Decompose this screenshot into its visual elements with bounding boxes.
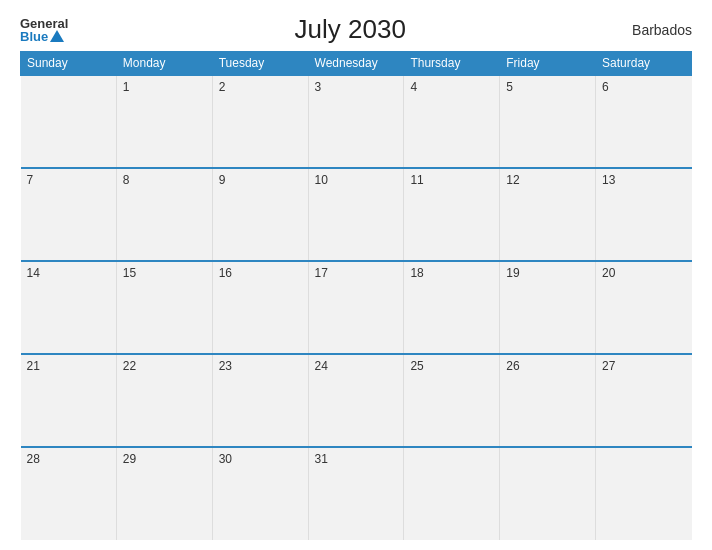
calendar-cell: 10 <box>308 168 404 261</box>
day-number: 18 <box>410 266 423 280</box>
day-number: 21 <box>27 359 40 373</box>
calendar-cell: 22 <box>116 354 212 447</box>
calendar-cell: 19 <box>500 261 596 354</box>
week-row-2: 78910111213 <box>21 168 692 261</box>
calendar-table: SundayMondayTuesdayWednesdayThursdayFrid… <box>20 51 692 540</box>
weekday-header-thursday: Thursday <box>404 52 500 76</box>
weekday-header-saturday: Saturday <box>596 52 692 76</box>
calendar-cell <box>500 447 596 540</box>
calendar-cell: 11 <box>404 168 500 261</box>
day-number: 19 <box>506 266 519 280</box>
day-number: 23 <box>219 359 232 373</box>
day-number: 10 <box>315 173 328 187</box>
day-number: 9 <box>219 173 226 187</box>
day-number: 4 <box>410 80 417 94</box>
header: General Blue July 2030 Barbados <box>20 14 692 45</box>
calendar-cell: 5 <box>500 75 596 168</box>
calendar-cell: 25 <box>404 354 500 447</box>
day-number: 27 <box>602 359 615 373</box>
calendar-cell: 14 <box>21 261 117 354</box>
logo: General Blue <box>20 17 68 43</box>
day-number: 29 <box>123 452 136 466</box>
day-number: 11 <box>410 173 423 187</box>
calendar-cell: 23 <box>212 354 308 447</box>
day-number: 2 <box>219 80 226 94</box>
calendar-cell: 7 <box>21 168 117 261</box>
day-number: 6 <box>602 80 609 94</box>
calendar-cell <box>596 447 692 540</box>
calendar-cell: 26 <box>500 354 596 447</box>
calendar-cell: 1 <box>116 75 212 168</box>
calendar-cell: 20 <box>596 261 692 354</box>
day-number: 24 <box>315 359 328 373</box>
weekday-header-tuesday: Tuesday <box>212 52 308 76</box>
day-number: 25 <box>410 359 423 373</box>
week-row-1: 123456 <box>21 75 692 168</box>
weekday-header-sunday: Sunday <box>21 52 117 76</box>
calendar-cell: 2 <box>212 75 308 168</box>
day-number: 20 <box>602 266 615 280</box>
calendar-cell: 24 <box>308 354 404 447</box>
day-number: 7 <box>27 173 34 187</box>
weekday-header-monday: Monday <box>116 52 212 76</box>
day-number: 17 <box>315 266 328 280</box>
week-row-3: 14151617181920 <box>21 261 692 354</box>
calendar-cell: 29 <box>116 447 212 540</box>
calendar-cell: 18 <box>404 261 500 354</box>
calendar-cell: 28 <box>21 447 117 540</box>
day-number: 14 <box>27 266 40 280</box>
calendar-cell <box>404 447 500 540</box>
day-number: 31 <box>315 452 328 466</box>
day-number: 22 <box>123 359 136 373</box>
calendar-cell: 17 <box>308 261 404 354</box>
day-number: 28 <box>27 452 40 466</box>
calendar-cell: 8 <box>116 168 212 261</box>
calendar-cell <box>21 75 117 168</box>
calendar-cell: 3 <box>308 75 404 168</box>
day-number: 13 <box>602 173 615 187</box>
calendar-cell: 27 <box>596 354 692 447</box>
logo-blue-text: Blue <box>20 30 64 43</box>
week-row-4: 21222324252627 <box>21 354 692 447</box>
day-number: 12 <box>506 173 519 187</box>
logo-triangle-icon <box>50 30 64 42</box>
day-number: 26 <box>506 359 519 373</box>
day-number: 15 <box>123 266 136 280</box>
day-number: 16 <box>219 266 232 280</box>
calendar-cell: 12 <box>500 168 596 261</box>
logo-general-text: General <box>20 17 68 30</box>
day-number: 30 <box>219 452 232 466</box>
calendar-cell: 6 <box>596 75 692 168</box>
day-number: 8 <box>123 173 130 187</box>
weekday-header-friday: Friday <box>500 52 596 76</box>
day-number: 5 <box>506 80 513 94</box>
country-label: Barbados <box>632 22 692 38</box>
calendar-cell: 16 <box>212 261 308 354</box>
week-row-5: 28293031 <box>21 447 692 540</box>
calendar-cell: 9 <box>212 168 308 261</box>
calendar-cell: 21 <box>21 354 117 447</box>
weekday-header-wednesday: Wednesday <box>308 52 404 76</box>
calendar-title: July 2030 <box>295 14 406 45</box>
day-number: 1 <box>123 80 130 94</box>
weekday-header-row: SundayMondayTuesdayWednesdayThursdayFrid… <box>21 52 692 76</box>
calendar-cell: 30 <box>212 447 308 540</box>
calendar-cell: 31 <box>308 447 404 540</box>
calendar-cell: 15 <box>116 261 212 354</box>
calendar-cell: 13 <box>596 168 692 261</box>
calendar-cell: 4 <box>404 75 500 168</box>
day-number: 3 <box>315 80 322 94</box>
